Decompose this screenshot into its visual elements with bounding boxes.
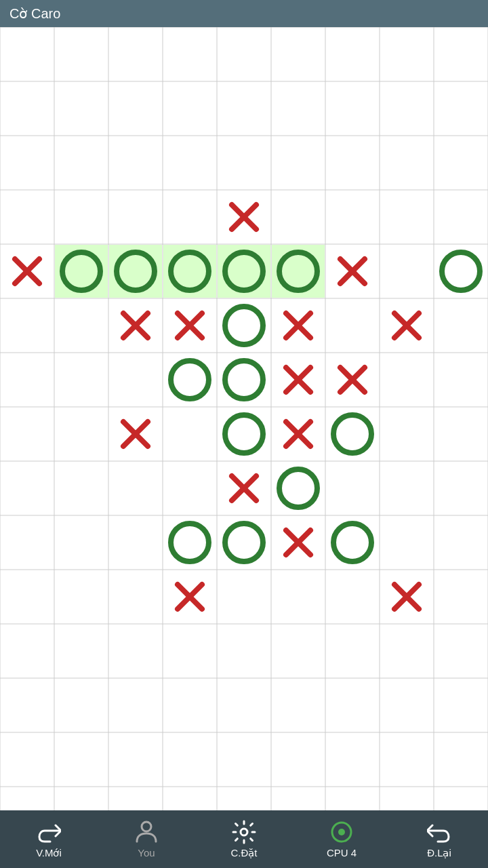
grid-lines	[0, 27, 488, 810]
person-icon	[134, 820, 159, 844]
svg-point-39	[442, 252, 480, 290]
you-label: You	[138, 847, 155, 859]
settings-button[interactable]: C.Đặt	[195, 810, 293, 868]
cpu-label: CPU 4	[327, 847, 357, 859]
undo-button[interactable]: Đ.Lại	[390, 810, 488, 868]
svg-point-70	[333, 524, 371, 561]
svg-point-67	[225, 524, 263, 561]
cpu-button[interactable]: CPU 4	[293, 810, 390, 868]
you-button[interactable]: You	[98, 810, 195, 868]
undo-label: Đ.Lại	[427, 847, 451, 859]
svg-point-66	[171, 524, 209, 561]
bottom-bar: V.Mới You C.Đặt CPU 4 Đ.Lại	[0, 810, 488, 868]
gear-icon	[232, 820, 256, 844]
svg-point-59	[225, 415, 263, 453]
svg-point-75	[142, 822, 151, 831]
svg-point-51	[171, 361, 209, 399]
svg-point-62	[333, 415, 371, 453]
new-game-label: V.Mới	[36, 847, 62, 859]
new-game-button[interactable]: V.Mới	[0, 810, 98, 868]
title-bar: Cờ Caro	[0, 0, 488, 27]
svg-point-78	[338, 829, 345, 835]
cpu-circle-icon	[329, 820, 354, 844]
grid-svg	[0, 27, 488, 810]
app-title: Cờ Caro	[9, 5, 60, 22]
undo-icon	[427, 820, 451, 844]
svg-point-65	[279, 469, 317, 507]
svg-point-52	[225, 361, 263, 399]
game-board[interactable]	[0, 27, 488, 810]
redo-icon	[37, 820, 61, 844]
settings-label: C.Đặt	[231, 847, 258, 859]
svg-point-46	[225, 307, 263, 344]
svg-point-76	[241, 829, 247, 835]
